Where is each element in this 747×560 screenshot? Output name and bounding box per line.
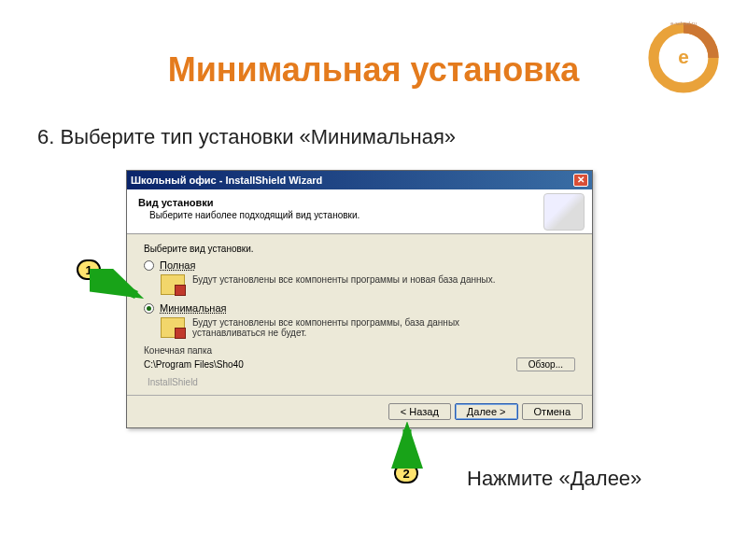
option-full-label: Полная	[160, 259, 195, 271]
option-minimal-desc: Будут установлены все компоненты програм…	[192, 317, 500, 338]
wizard-body: Выберите вид установки. Полная Будут уст…	[127, 234, 592, 395]
slide-title: Минимальная установка	[0, 50, 747, 90]
installer-window: Школьный офис - InstallShield Wizard ✕ В…	[126, 170, 593, 428]
dest-label: Конечная папка	[144, 345, 575, 356]
option-full-desc-row: Будут установлены все компоненты програм…	[161, 274, 575, 295]
close-button[interactable]: ✕	[573, 174, 588, 187]
next-button[interactable]: Далее >	[455, 403, 518, 420]
step-instruction: 6. Выберите тип установки «Минимальная»	[37, 125, 456, 149]
browse-button[interactable]: Обзор...	[516, 357, 575, 371]
dest-row: C:\Program Files\Sho40 Обзор...	[144, 357, 575, 371]
back-button[interactable]: < Назад	[388, 403, 451, 420]
option-minimal-desc-row: Будут установлены все компоненты програм…	[161, 317, 575, 338]
install-icon	[161, 317, 185, 338]
header-icon	[543, 193, 585, 231]
logo-caption: e-school.ru	[670, 21, 697, 26]
option-minimal[interactable]: Минимальная	[144, 302, 575, 314]
arrow-2	[390, 422, 428, 469]
window-title: Школьный офис - InstallShield Wizard	[131, 175, 322, 186]
wizard-header-subtitle: Выберите наиболее подходящий вид установ…	[149, 210, 581, 220]
arrow-1	[90, 269, 146, 306]
select-type-label: Выберите вид установки.	[144, 244, 575, 254]
action-instruction: Нажмите «Далее»	[467, 467, 641, 491]
wizard-header: Вид установки Выберите наиболее подходящ…	[127, 189, 592, 234]
option-minimal-label: Минимальная	[160, 302, 227, 314]
button-row: < Назад Далее > Отмена	[127, 395, 592, 427]
install-icon	[161, 274, 185, 295]
option-full[interactable]: Полная	[144, 259, 575, 271]
installshield-brand: InstallShield	[148, 377, 575, 387]
cancel-button[interactable]: Отмена	[522, 403, 583, 420]
titlebar: Школьный офис - InstallShield Wizard ✕	[127, 171, 592, 189]
svg-line-3	[93, 274, 136, 295]
wizard-header-title: Вид установки	[138, 197, 581, 208]
dest-path: C:\Program Files\Sho40	[144, 359, 509, 370]
option-full-desc: Будут установлены все компоненты програм…	[192, 274, 495, 295]
